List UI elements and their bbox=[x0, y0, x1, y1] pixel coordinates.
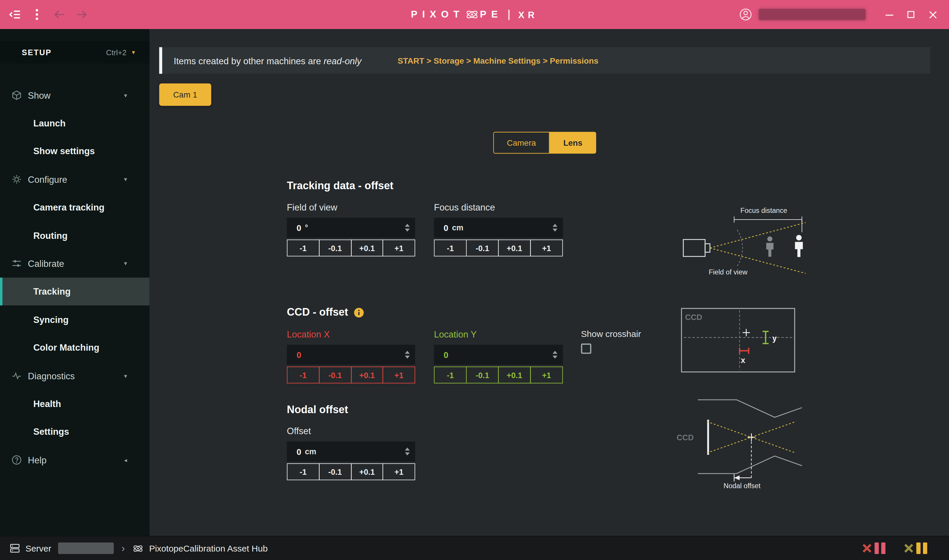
field-of-view-label: Field of view bbox=[287, 202, 338, 212]
sidebar-section-show[interactable]: Show ▾ bbox=[0, 81, 150, 109]
setup-dropdown[interactable]: SETUP Ctrl+2 ▾ bbox=[0, 41, 150, 64]
locy-step-plus-1[interactable]: +1 bbox=[530, 366, 563, 383]
spinner-up-icon[interactable] bbox=[552, 351, 557, 354]
pause-bar-icon bbox=[916, 543, 921, 554]
location-y-value: 0 bbox=[443, 350, 448, 359]
tab-lens[interactable]: Lens bbox=[549, 132, 596, 154]
spinner-down-icon[interactable] bbox=[552, 355, 557, 358]
nodal-step-minus-1[interactable]: -1 bbox=[287, 463, 319, 480]
forward-icon[interactable] bbox=[74, 7, 89, 22]
locy-step-plus-01[interactable]: +0.1 bbox=[498, 366, 531, 383]
focus-step-minus-1[interactable]: -1 bbox=[434, 239, 467, 256]
fov-step-minus-1[interactable]: -1 bbox=[287, 239, 319, 256]
collapse-sidebar-icon[interactable] bbox=[7, 7, 22, 22]
disconnect-x-icon-red[interactable] bbox=[862, 543, 872, 553]
show-crosshair-checkbox[interactable] bbox=[581, 344, 591, 354]
sidebar-item-health[interactable]: Health bbox=[0, 390, 150, 418]
nodal-offset-diagram: CCD Nodal offset bbox=[672, 393, 808, 491]
diagram-ccd-label: CCD bbox=[685, 313, 702, 322]
nodal-step-plus-1[interactable]: +1 bbox=[383, 463, 415, 480]
pause-bar-icon bbox=[881, 543, 886, 554]
spinner-up-icon[interactable] bbox=[405, 448, 410, 451]
field-of-view-spinner[interactable] bbox=[405, 224, 410, 232]
ccd-offset-title: CCD - offset bbox=[287, 306, 348, 319]
logo-text-left: PIXOT bbox=[411, 9, 464, 20]
overflow-menu-icon[interactable] bbox=[30, 7, 45, 22]
crosshair-icon bbox=[743, 329, 750, 336]
focus-step-plus-1[interactable]: +1 bbox=[530, 239, 563, 256]
fov-step-plus-01[interactable]: +0.1 bbox=[350, 239, 383, 256]
nodal-step-minus-01[interactable]: -0.1 bbox=[319, 463, 351, 480]
back-icon[interactable] bbox=[52, 7, 66, 22]
lens-housing-outline bbox=[698, 400, 802, 474]
tab-camera[interactable]: Camera bbox=[493, 132, 549, 154]
sidebar-section-help[interactable]: Help ◂ bbox=[0, 446, 150, 474]
maximize-button[interactable] bbox=[903, 7, 919, 23]
breadcrumb[interactable]: START > Storage > Machine Settings > Per… bbox=[398, 56, 599, 65]
info-icon[interactable] bbox=[354, 308, 364, 317]
pause-bar-icon bbox=[923, 543, 927, 554]
notice-accent-bar bbox=[159, 47, 162, 74]
spinner-down-icon[interactable] bbox=[552, 229, 557, 232]
diagram-field-of-view-label: Field of view bbox=[709, 268, 748, 276]
spinner-up-icon[interactable] bbox=[405, 351, 410, 354]
nodal-offset-value: 0 bbox=[296, 447, 301, 456]
sidebar-section-configure[interactable]: Configure ▾ bbox=[0, 165, 150, 193]
redacted-user-email bbox=[759, 9, 866, 20]
field-of-view-input[interactable]: 0 ° bbox=[287, 218, 415, 238]
sidebar-item-camera-tracking[interactable]: Camera tracking bbox=[0, 193, 150, 221]
nodal-offset-spinner[interactable] bbox=[405, 448, 410, 455]
disconnect-x-icon-olive[interactable] bbox=[904, 543, 914, 553]
nodal-offset-input[interactable]: 0 cm bbox=[287, 442, 415, 461]
logo-text-right: PE bbox=[480, 9, 502, 20]
nodal-offset-unit: cm bbox=[305, 447, 316, 456]
pulse-icon bbox=[11, 370, 22, 381]
ccd-diagram: CCD y x bbox=[681, 307, 796, 374]
focus-step-minus-01[interactable]: -0.1 bbox=[466, 239, 499, 256]
fov-step-plus-1[interactable]: +1 bbox=[383, 239, 415, 256]
nodal-step-plus-01[interactable]: +0.1 bbox=[350, 463, 383, 480]
notice-message: Items created by other machines are bbox=[174, 55, 324, 66]
sidebar-item-color-matching[interactable]: Color Matching bbox=[0, 334, 150, 362]
show-crosshair-label: Show crosshair bbox=[581, 329, 641, 339]
camera-lens-tabs: Camera Lens bbox=[493, 132, 596, 154]
location-y-spinner[interactable] bbox=[552, 351, 557, 358]
sidebar-item-tracking[interactable]: Tracking bbox=[0, 277, 150, 305]
focus-distance-input[interactable]: 0 cm bbox=[434, 218, 563, 238]
diagram-y-label: y bbox=[772, 334, 777, 343]
help-icon bbox=[11, 454, 22, 465]
close-button[interactable] bbox=[925, 7, 941, 23]
locx-step-plus-1[interactable]: +1 bbox=[383, 366, 415, 383]
location-y-input[interactable]: 0 bbox=[434, 345, 563, 365]
sidebar-item-label: Settings bbox=[33, 426, 69, 437]
sidebar-item-settings[interactable]: Settings bbox=[0, 418, 150, 446]
spinner-down-icon[interactable] bbox=[405, 229, 410, 232]
spinner-down-icon[interactable] bbox=[405, 452, 410, 455]
spinner-down-icon[interactable] bbox=[405, 355, 410, 358]
sidebar-item-routing[interactable]: Routing bbox=[0, 221, 150, 249]
sidebar-item-syncing[interactable]: Syncing bbox=[0, 305, 150, 334]
spinner-up-icon[interactable] bbox=[552, 224, 557, 226]
location-x-input[interactable]: 0 bbox=[287, 345, 415, 365]
sidebar-item-show-settings[interactable]: Show settings bbox=[0, 137, 150, 165]
fov-step-minus-01[interactable]: -0.1 bbox=[319, 239, 351, 256]
setup-label: SETUP bbox=[22, 48, 52, 57]
sidebar-section-label: Help bbox=[28, 455, 46, 465]
location-x-spinner[interactable] bbox=[405, 351, 410, 358]
spinner-up-icon[interactable] bbox=[405, 224, 410, 226]
locx-step-minus-1[interactable]: -1 bbox=[287, 366, 319, 383]
locx-step-minus-01[interactable]: -0.1 bbox=[319, 366, 351, 383]
sidebar-item-launch[interactable]: Launch bbox=[0, 109, 150, 137]
minimize-button[interactable] bbox=[881, 7, 897, 23]
sidebar-section-calibrate[interactable]: Calibrate ▾ bbox=[0, 249, 150, 277]
locx-step-plus-01[interactable]: +0.1 bbox=[350, 366, 383, 383]
sidebar-section-diagnostics[interactable]: Diagnostics ▾ bbox=[0, 362, 150, 390]
user-account-icon[interactable] bbox=[738, 7, 753, 22]
focus-distance-value: 0 bbox=[443, 223, 448, 232]
locy-step-minus-1[interactable]: -1 bbox=[434, 366, 467, 383]
cam-1-button[interactable]: Cam 1 bbox=[159, 83, 211, 106]
locy-step-minus-01[interactable]: -0.1 bbox=[466, 366, 499, 383]
focus-distance-spinner[interactable] bbox=[552, 224, 557, 232]
focus-step-plus-01[interactable]: +0.1 bbox=[498, 239, 531, 256]
product-name: XR bbox=[518, 9, 538, 20]
